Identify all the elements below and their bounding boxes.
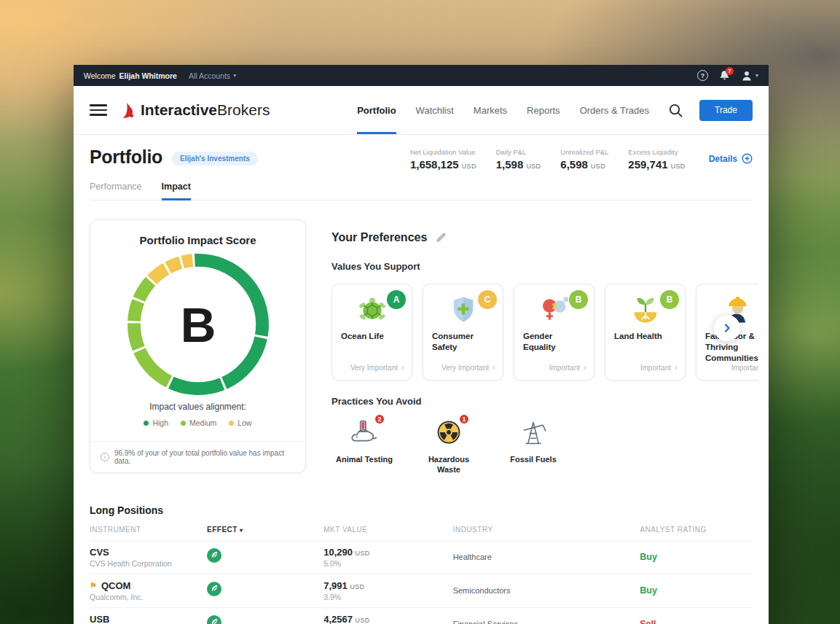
tab-impact[interactable]: Impact — [162, 182, 191, 200]
portfolio-tabs: PerformanceImpact — [90, 182, 753, 200]
welcome-label: Welcome — [84, 71, 116, 80]
nav-item-label: Watchlist — [416, 105, 454, 116]
stat-unit: USD — [462, 163, 476, 170]
stat-item: Daily P&L 1,598 USD — [496, 148, 541, 171]
importance-label: Important — [640, 364, 671, 372]
details-button[interactable]: Details — [709, 153, 753, 164]
importance-selector[interactable]: Important › — [640, 362, 678, 373]
stat-label: Net Liquidation Value — [410, 148, 476, 156]
legend-dot — [229, 421, 234, 426]
stat-value: 259,741 USD — [628, 158, 685, 171]
brand-light: Brokers — [217, 101, 270, 118]
col-analyst-rating: ANALYST RATING — [640, 526, 753, 534]
account-selector[interactable]: All Accounts ▾ — [189, 71, 236, 80]
mkt-value: 10,290 — [323, 547, 353, 558]
stat-item: Net Liquidation Value 1,658,125 USD — [410, 148, 476, 171]
shield-cross-icon — [447, 294, 479, 326]
sprout-icon — [629, 294, 662, 326]
analyst-rating: Buy — [640, 585, 753, 596]
gender-equality-icon — [538, 294, 570, 326]
mkt-unit: USD — [350, 583, 364, 590]
tab-performance[interactable]: Performance — [90, 182, 142, 200]
importance-selector[interactable]: Important › — [549, 362, 586, 373]
stat-unit: USD — [526, 163, 541, 170]
legend-dot — [181, 421, 186, 426]
value-card[interactable]: C Consumer Safety Very Important › — [423, 284, 503, 381]
values-carousel: A Ocean Life Very Important › C Consumer… — [331, 284, 758, 382]
value-card[interactable]: B Gender Equality Important › — [514, 284, 594, 381]
nav-item[interactable]: Orders & Trades — [580, 86, 649, 134]
value-name: Consumer Safety — [432, 331, 494, 353]
positions-table-body: ⚑CVS CVS Health Corporation 10,290 USD 5… — [90, 541, 753, 624]
search-button[interactable] — [668, 103, 683, 118]
grade-badge: C — [478, 290, 497, 309]
mkt-percent: 5.0% — [323, 559, 452, 568]
avoid-item[interactable]: 2 Animal Testing — [331, 416, 397, 475]
value-name: Ocean Life — [341, 331, 403, 342]
pencil-icon — [435, 232, 447, 243]
avoid-item[interactable]: 1 Hazardous Waste — [416, 416, 482, 475]
avoid-name: Hazardous Waste — [416, 455, 482, 475]
flag-icon: ⚑ — [90, 582, 97, 590]
table-row[interactable]: ⚑USB U.S. Bancorp 4,2567 USD 2.6% Financ… — [90, 608, 753, 624]
nav-item[interactable]: Portfolio — [357, 86, 396, 134]
avoid-name: Fossil Fuels — [510, 455, 557, 465]
value-name: Gender Equality — [523, 331, 585, 353]
table-row[interactable]: ⚑QCOM Qualcomm, Inc. 7,991 USD 3.9% Semi… — [90, 574, 753, 608]
user-menu[interactable]: ▾ — [741, 70, 758, 82]
nav-item[interactable]: Watchlist — [416, 86, 454, 134]
importance-label: Important — [731, 364, 758, 372]
stat-value: 6,598 USD — [560, 158, 608, 171]
chevron-right-icon: › — [401, 362, 404, 373]
positive-effect-icon — [207, 620, 221, 624]
nav-item[interactable]: Reports — [527, 86, 560, 134]
impact-score-card: Portfolio Impact Score B Impact values a… — [90, 219, 306, 473]
legend-item: High — [144, 418, 168, 427]
chevron-right-icon: › — [492, 362, 495, 373]
chevron-right-icon — [722, 323, 732, 333]
carousel-next-button[interactable] — [714, 315, 740, 341]
company-name: Qualcomm, Inc. — [90, 593, 207, 601]
nav-item-label: Reports — [527, 105, 560, 116]
ticker: QCOM — [101, 580, 130, 591]
mkt-value: 7,991 — [323, 580, 348, 591]
grade-badge: B — [660, 290, 679, 309]
importance-selector[interactable]: Important › — [731, 362, 758, 373]
value-card[interactable]: A Ocean Life Very Important › — [331, 284, 412, 381]
chevron-down-icon: ▾ — [233, 72, 236, 79]
mkt-value: 4,2567 — [323, 614, 353, 624]
menu-button[interactable] — [90, 101, 107, 120]
grade-badge: B — [569, 290, 588, 309]
main-nav: PortfolioWatchlistMarketsReportsOrders &… — [357, 86, 649, 134]
value-card[interactable]: B Land Health Important › — [605, 284, 686, 381]
notifications-button[interactable]: 7 — [719, 70, 730, 81]
avoid-item[interactable]: Fossil Fuels — [501, 416, 566, 475]
analyst-rating: Buy — [640, 552, 753, 562]
importance-selector[interactable]: Very Important › — [441, 362, 495, 373]
mkt-percent: 3.9% — [323, 593, 452, 601]
help-icon[interactable]: ? — [697, 70, 708, 81]
stat-value: 1,598 USD — [496, 158, 541, 171]
table-row[interactable]: ⚑CVS CVS Health Corporation 10,290 USD 5… — [90, 541, 753, 574]
account-selector-label: All Accounts — [189, 71, 230, 80]
plus-circle-icon — [742, 153, 753, 164]
stat-label: Excess Liquidity — [628, 148, 685, 156]
ticker: USB — [90, 614, 109, 624]
search-icon — [668, 103, 683, 118]
legend-item: Low — [229, 418, 251, 427]
importance-selector[interactable]: Very Important › — [350, 362, 404, 373]
industry: Healthcare — [453, 553, 640, 561]
col-effect-sort[interactable]: EFFECT▾ — [207, 526, 323, 534]
portfolio-header: Portfolio Elijah's Investments Net Liqui… — [90, 147, 753, 171]
avoid-list: 2 Animal Testing 1 Hazardous Waste Fossi… — [331, 416, 753, 475]
col-instrument: INSTRUMENT — [90, 526, 207, 534]
stat-label: Unrealized P&L — [560, 148, 608, 156]
impact-score-title: Portfolio Impact Score — [90, 234, 305, 246]
edit-preferences-button[interactable] — [435, 232, 447, 243]
footnote-text: 96.9% of your of your total portfolio va… — [114, 449, 295, 465]
stat-unit: USD — [591, 163, 605, 170]
trade-button[interactable]: Trade — [699, 100, 753, 121]
analyst-rating: Sell — [640, 619, 753, 624]
stat-unit: USD — [671, 163, 686, 170]
nav-item[interactable]: Markets — [474, 86, 507, 134]
